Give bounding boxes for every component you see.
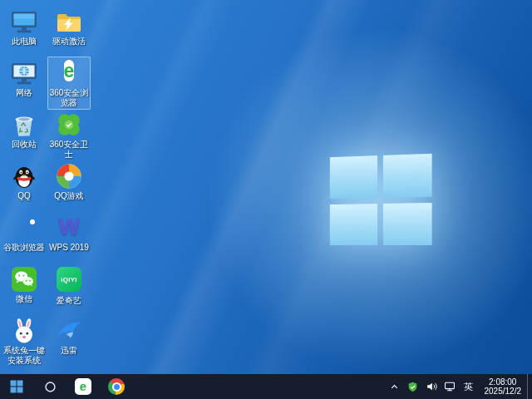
desktop-icon-recycle-bin[interactable]: 回收站 — [2, 108, 46, 151]
desktop-icon-network[interactable]: 网络 — [2, 57, 46, 100]
qq-icon — [10, 162, 38, 190]
icon-label: 迅雷 — [48, 346, 90, 356]
icon-label: QQ — [3, 191, 45, 201]
desktop-icon-this-pc[interactable]: 此电脑 — [2, 5, 46, 48]
desktop-icon-system-install[interactable]: 系统兔一键安装系统 — [2, 314, 46, 367]
360-browser-icon: e — [75, 378, 91, 395]
desktop-icon-driver-activate[interactable]: 驱动激活 — [47, 5, 91, 48]
taskbar-left: e — [0, 374, 133, 399]
360-safe-icon — [55, 111, 83, 139]
icon-label: 驱动激活 — [48, 37, 90, 47]
360-browser-icon: e — [55, 59, 83, 87]
windows-start-icon — [10, 380, 23, 393]
desktop-icon-360-safe[interactable]: 360安全卫士 — [47, 108, 91, 161]
search-circle-icon — [44, 381, 57, 393]
icon-label: WPS 2019 — [48, 243, 90, 253]
ethernet-network-icon — [444, 381, 456, 392]
desktop-icon-iqiyi[interactable]: iQIYI 爱奇艺 — [47, 263, 91, 308]
network-icon — [10, 59, 38, 87]
cortana-search-button[interactable] — [33, 374, 66, 399]
start-button[interactable] — [0, 374, 33, 399]
icon-label: 爱奇艺 — [48, 296, 90, 306]
chrome-icon — [10, 214, 38, 242]
speaker-icon — [426, 381, 437, 392]
desktop-icon-qq-games[interactable]: QQ游戏 — [47, 160, 91, 203]
tray-expand-button[interactable] — [386, 374, 404, 399]
qq-games-icon — [55, 162, 83, 190]
icon-label: 360安全浏览器 — [48, 88, 90, 108]
system-install-icon — [10, 317, 38, 345]
chevron-up-icon — [390, 382, 399, 392]
iqiyi-icon: iQIYI — [55, 267, 83, 295]
desktop-icon-wps[interactable]: W WPS 2019 — [47, 211, 91, 254]
icon-label: 网络 — [3, 88, 45, 98]
desktop-icon-qq[interactable]: QQ — [2, 160, 46, 203]
icon-label: 谷歌浏览器 — [3, 243, 45, 253]
desktop-icon-chrome[interactable]: 谷歌浏览器 — [2, 211, 46, 254]
icon-label: QQ游戏 — [48, 191, 90, 201]
shield-icon — [407, 382, 418, 392]
icon-label: 360安全卫士 — [48, 140, 90, 160]
driver-activate-icon — [55, 7, 83, 36]
icon-label: 系统兔一键安装系统 — [3, 346, 45, 366]
icon-label: 微信 — [3, 294, 45, 304]
network-button[interactable] — [441, 374, 459, 399]
icon-label: 此电脑 — [3, 37, 45, 47]
desktop-icons: 此电脑 驱动激活 网络 e 360安全浏览器 回收站 360安全卫士 QQ QQ… — [0, 0, 532, 374]
clock-date: 2025/12/2 — [485, 387, 522, 397]
wps-icon: W — [55, 214, 83, 242]
ime-indicator[interactable]: 英 — [459, 374, 479, 399]
recycle-bin-icon — [10, 111, 38, 139]
volume-button[interactable] — [422, 374, 441, 399]
icon-label: 回收站 — [3, 140, 45, 150]
chrome-icon — [108, 378, 125, 395]
desktop: 此电脑 驱动激活 网络 e 360安全浏览器 回收站 360安全卫士 QQ QQ… — [0, 0, 532, 399]
desktop-icon-thunder[interactable]: 迅雷 — [47, 314, 91, 357]
taskbar-chrome-button[interactable] — [100, 374, 133, 399]
system-tray: 英 2:08:00 2025/12/2 — [386, 374, 532, 399]
wechat-icon — [10, 265, 38, 293]
desktop-icon-wechat[interactable]: 微信 — [2, 263, 46, 306]
show-desktop-button[interactable] — [527, 374, 532, 399]
desktop-icon-360-browser[interactable]: e 360安全浏览器 — [47, 57, 91, 110]
taskbar-clock[interactable]: 2:08:00 2025/12/2 — [479, 377, 528, 397]
taskbar-360-browser-button[interactable]: e — [66, 374, 100, 399]
thunder-icon — [55, 317, 83, 345]
this-pc-icon — [10, 7, 38, 36]
clock-time: 2:08:00 — [485, 377, 522, 387]
taskbar: e — [0, 374, 532, 399]
tray-360-security-button[interactable] — [404, 374, 422, 399]
